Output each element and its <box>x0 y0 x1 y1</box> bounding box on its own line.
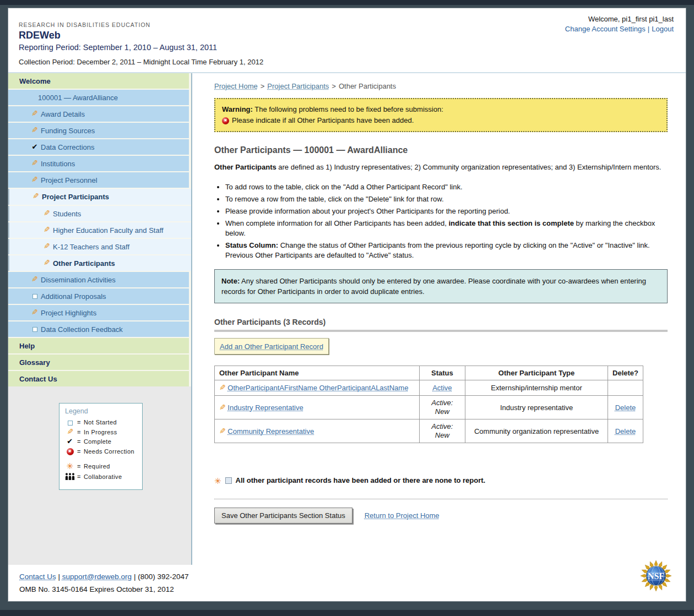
in-progress-icon: ✎ <box>44 226 50 233</box>
add-other-participant-button[interactable]: Add an Other Participant Record <box>214 338 329 355</box>
participant-name-link[interactable]: Industry Representative <box>227 404 303 412</box>
nsf-logo: NSF <box>639 559 673 592</box>
add-other-participant-link[interactable]: Add an Other Participant Record <box>220 342 323 351</box>
sidebar-item-award[interactable]: 100001 — AwardAlliance <box>8 90 189 105</box>
required-icon: ✳ <box>67 461 74 471</box>
participant-name-link[interactable]: Community Representative <box>227 427 314 435</box>
welcome-user-text: Welcome, pi1_first pi1_last <box>565 15 674 23</box>
breadcrumb-project-participants[interactable]: Project Participants <box>267 82 329 90</box>
needs-correction-icon: ✖ <box>67 448 74 455</box>
sidebar-item-additional-proposals[interactable]: Additional Proposals <box>8 288 189 304</box>
sidebar-item-glossary[interactable]: Glossary <box>8 355 189 370</box>
sidebar-item-funding-sources[interactable]: ✎Funding Sources <box>8 123 189 138</box>
window-bottom-strip <box>0 610 694 616</box>
app-header-right: Welcome, pi1_first pi1_last Change Accou… <box>565 15 674 33</box>
window-top-strip <box>0 0 694 5</box>
sidebar-item-project-highlights[interactable]: ✎Project Highlights <box>8 305 189 320</box>
logout-link[interactable]: Logout <box>652 25 674 33</box>
warning-message: The following problems need to be fixed … <box>253 105 443 113</box>
change-account-settings-link[interactable]: Change Account Settings <box>565 25 646 33</box>
instruction-item: Status Column: Change the status of Othe… <box>225 241 668 260</box>
confirm-checkbox[interactable] <box>225 477 232 484</box>
table-row: ✎ Community Representative Active:New Co… <box>215 419 643 443</box>
note-box: Note: Any shared Other Participants shou… <box>214 269 668 303</box>
sidebar-item-project-personnel[interactable]: ✎Project Personnel <box>8 172 189 188</box>
sidebar-item-k12-teachers[interactable]: ✎K-12 Teachers and Staff <box>8 239 191 254</box>
sidebar-item-data-collection-feedback[interactable]: Data Collection Feedback <box>8 321 189 337</box>
sidebar-item-dissemination-activities[interactable]: ✎Dissemination Activities <box>8 272 189 287</box>
sidebar-item-contact-us[interactable]: Contact Us <box>8 371 189 386</box>
warning-label: Warning: <box>222 105 253 113</box>
in-progress-icon: ✎ <box>219 428 226 434</box>
footer-email-link[interactable]: support@rdeweb.org <box>62 573 132 581</box>
legend-item-required: ✳ = Required <box>65 463 138 470</box>
legend-item-complete: ✔ = Complete <box>65 438 138 445</box>
in-progress-icon: ✎ <box>32 193 39 199</box>
sidebar-item-institutions[interactable]: ✎Institutions <box>8 156 189 171</box>
sidebar-item-help[interactable]: Help <box>8 338 189 353</box>
table-row: ✎ Industry Representative Active:New Ind… <box>215 396 643 419</box>
sidebar-item-project-participants[interactable]: ✎Project Participants <box>8 189 191 204</box>
breadcrumb-current: Other Participants <box>339 82 396 90</box>
reporting-period: Reporting Period: September 1, 2010 – Au… <box>19 43 686 52</box>
participant-type: Industry representative <box>465 396 608 419</box>
participant-type: Community organization representative <box>465 419 608 443</box>
in-progress-icon: ✎ <box>31 176 38 183</box>
warning-error-item: Please indicate if all Other Participant… <box>232 115 414 126</box>
in-progress-icon: ✎ <box>31 309 38 315</box>
delete-link[interactable]: Delete <box>615 404 636 412</box>
sidebar-item-other-participants[interactable]: ✎Other Participants <box>8 255 191 271</box>
legend-label: In Progress <box>84 429 117 435</box>
confirm-label: All other participant records have been … <box>236 476 486 484</box>
footer-contact-us-link[interactable]: Contact Us <box>19 573 56 581</box>
legend-item-not-started: = Not Started <box>65 419 138 426</box>
instruction-list: To add rows to the table, click on the "… <box>214 182 668 260</box>
in-progress-icon: ✎ <box>44 210 50 216</box>
sidebar-item-award-details[interactable]: ✎Award Details <box>8 106 189 122</box>
table-row: ✎ OtherParticipantAFirstName OtherPartic… <box>215 380 643 396</box>
not-started-icon <box>32 327 37 332</box>
required-icon: ✳ <box>214 478 221 484</box>
breadcrumb-project-home[interactable]: Project Home <box>214 82 258 90</box>
legend-item-collaborative: = Collaborative <box>65 473 138 481</box>
return-to-project-home-link[interactable]: Return to Project Home <box>365 511 440 520</box>
in-progress-icon: ✎ <box>44 243 50 249</box>
not-started-icon <box>32 294 37 299</box>
in-progress-icon: ✎ <box>31 110 38 117</box>
complete-icon: ✔ <box>32 143 38 151</box>
participant-name-link[interactable]: OtherParticipantAFirstName OtherParticip… <box>227 384 408 392</box>
status-text: Active:New <box>431 422 453 439</box>
note-text: Any shared Other Participants should onl… <box>221 277 646 296</box>
sidebar-item-students[interactable]: ✎Students <box>8 206 191 221</box>
footer-omb-text: OMB No. 3145-0164 Expires October 31, 20… <box>19 585 686 593</box>
legend-label: Required <box>84 463 110 470</box>
sidebar-item-welcome[interactable]: Welcome <box>8 73 189 89</box>
legend-item-in-progress: ✎ = In Progress <box>65 428 138 435</box>
section-divider <box>214 499 668 499</box>
status-toggle-link[interactable]: Active <box>432 384 452 392</box>
instruction-item: To add rows to the table, click on the "… <box>225 182 668 192</box>
save-section-status-button[interactable]: Save Other Participants Section Status <box>214 508 353 524</box>
note-label: Note: <box>221 277 240 285</box>
instruction-item: Please provide information about your pr… <box>225 206 668 216</box>
collection-period: Collection Period: December 2, 2011 – Mi… <box>19 58 686 66</box>
legend-label: Complete <box>84 438 111 445</box>
definition-paragraph: Other Participants are defined as 1) Ind… <box>214 162 668 172</box>
in-progress-icon: ✎ <box>31 127 38 133</box>
legend-item-needs-correction: ✖ = Needs Correction <box>65 448 138 455</box>
sidebar-item-data-corrections[interactable]: ✔Data Corrections <box>8 139 189 155</box>
instruction-item: To remove a row from the table, click on… <box>225 194 668 204</box>
legend-box: Legend = Not Started ✎ = In Progress ✔ =… <box>59 403 143 490</box>
table-header-row: Other Participant Name Status Other Part… <box>215 366 643 380</box>
records-heading: Other Participants (3 Records) <box>214 318 668 332</box>
needs-correction-icon: ✖ <box>222 117 229 124</box>
complete-icon: ✔ <box>67 437 73 445</box>
delete-link[interactable]: Delete <box>615 427 636 435</box>
in-progress-icon: ✎ <box>31 160 38 166</box>
status-text: Active:New <box>431 399 453 416</box>
legend-label: Needs Correction <box>84 448 134 455</box>
collaborative-icon <box>65 473 75 480</box>
legend-label: Not Started <box>84 419 117 426</box>
sidebar-item-higher-ed-faculty[interactable]: ✎Higher Education Faculty and Staff <box>8 222 191 238</box>
column-header-type: Other Participant Type <box>465 366 608 380</box>
